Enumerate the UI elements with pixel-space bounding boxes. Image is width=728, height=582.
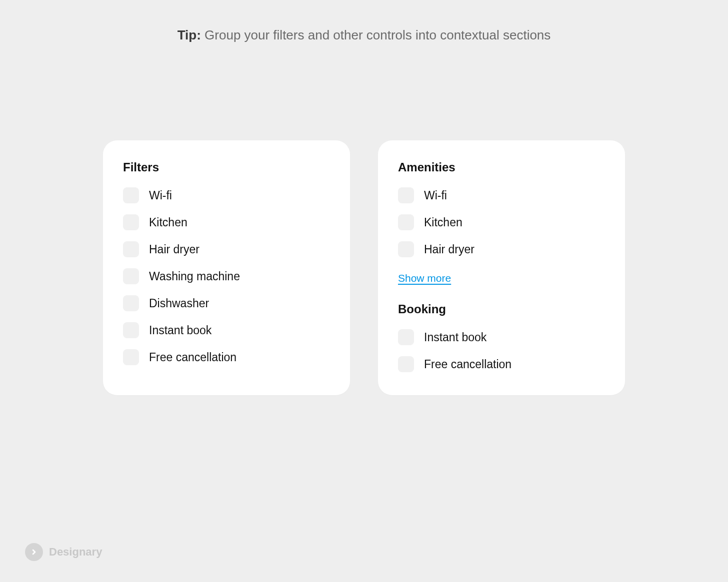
checkbox-label: Free cancellation	[149, 351, 236, 364]
checkbox-icon[interactable]	[123, 187, 139, 203]
filters-title: Filters	[123, 160, 330, 174]
checkbox-icon[interactable]	[398, 241, 414, 257]
cards-row: Filters Wi-fi Kitchen Hair dryer Washing…	[0, 140, 728, 395]
amenity-row-kitchen[interactable]: Kitchen	[398, 214, 605, 230]
tip-header: Tip: Group your filters and other contro…	[0, 0, 728, 43]
booking-title: Booking	[398, 302, 605, 316]
checkbox-label: Kitchen	[149, 216, 188, 229]
amenity-row-wifi[interactable]: Wi-fi	[398, 187, 605, 203]
brand-logo-icon	[25, 543, 43, 561]
checkbox-icon[interactable]	[123, 241, 139, 257]
booking-row-cancellation[interactable]: Free cancellation	[398, 356, 605, 372]
checkbox-label: Hair dryer	[149, 243, 200, 256]
grouped-card: Amenities Wi-fi Kitchen Hair dryer Show …	[378, 140, 625, 395]
checkbox-icon[interactable]	[123, 295, 139, 311]
checkbox-icon[interactable]	[398, 329, 414, 345]
show-more-link[interactable]: Show more	[398, 272, 451, 284]
amenity-row-hairdryer[interactable]: Hair dryer	[398, 241, 605, 257]
brand: Designary	[25, 543, 102, 561]
checkbox-icon[interactable]	[123, 268, 139, 284]
filter-row-kitchen[interactable]: Kitchen	[123, 214, 330, 230]
tip-text: Group your filters and other controls in…	[204, 27, 550, 42]
checkbox-icon[interactable]	[123, 349, 139, 365]
checkbox-icon[interactable]	[398, 187, 414, 203]
filter-row-dishwasher[interactable]: Dishwasher	[123, 295, 330, 311]
checkbox-label: Kitchen	[424, 216, 462, 229]
checkbox-label: Wi-fi	[149, 189, 172, 202]
checkbox-label: Free cancellation	[424, 358, 512, 371]
booking-row-instant[interactable]: Instant book	[398, 329, 605, 345]
filter-row-wifi[interactable]: Wi-fi	[123, 187, 330, 203]
checkbox-label: Washing machine	[149, 270, 240, 283]
filter-row-cancellation[interactable]: Free cancellation	[123, 349, 330, 365]
checkbox-icon[interactable]	[123, 322, 139, 338]
checkbox-label: Instant book	[424, 331, 486, 344]
filter-row-hairdryer[interactable]: Hair dryer	[123, 241, 330, 257]
checkbox-label: Instant book	[149, 324, 212, 337]
checkbox-label: Dishwasher	[149, 297, 209, 310]
filter-row-washing[interactable]: Washing machine	[123, 268, 330, 284]
checkbox-icon[interactable]	[123, 214, 139, 230]
checkbox-icon[interactable]	[398, 356, 414, 372]
checkbox-icon[interactable]	[398, 214, 414, 230]
brand-name: Designary	[49, 546, 102, 559]
checkbox-label: Wi-fi	[424, 189, 447, 202]
checkbox-label: Hair dryer	[424, 243, 474, 256]
filter-row-instant[interactable]: Instant book	[123, 322, 330, 338]
amenities-title: Amenities	[398, 160, 605, 174]
tip-prefix: Tip:	[178, 27, 201, 42]
filters-card: Filters Wi-fi Kitchen Hair dryer Washing…	[103, 140, 350, 395]
